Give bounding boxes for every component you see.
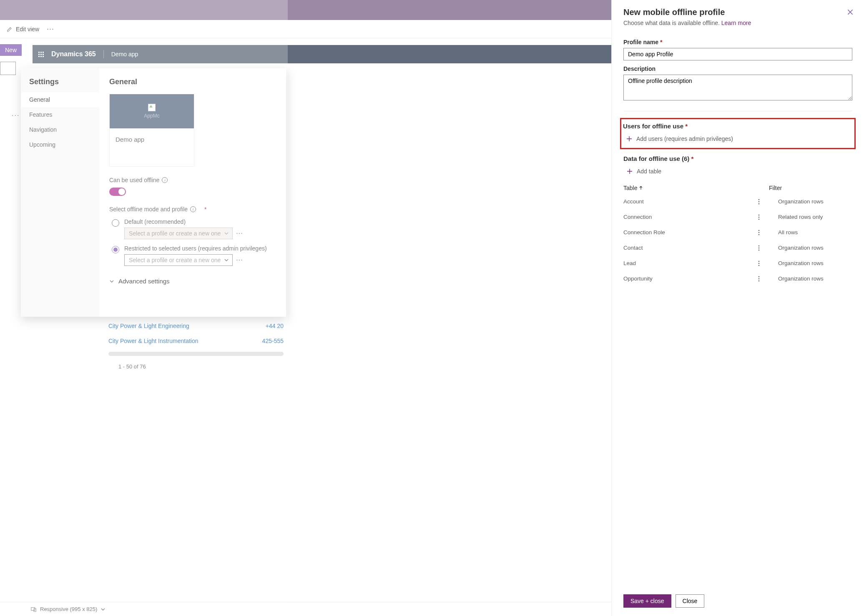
pencil-icon — [7, 26, 13, 32]
close-icon[interactable] — [846, 8, 854, 16]
panel-subtitle: Choose what data is available offline. L… — [623, 20, 852, 26]
edit-view-label[interactable]: Edit view — [16, 26, 39, 33]
offline-profile-panel: New mobile offline profile Choose what d… — [611, 0, 864, 38]
panel-title: New mobile offline profile — [623, 8, 852, 17]
more-icon[interactable]: ··· — [47, 25, 54, 33]
learn-more-link[interactable]: Learn more — [721, 20, 751, 26]
